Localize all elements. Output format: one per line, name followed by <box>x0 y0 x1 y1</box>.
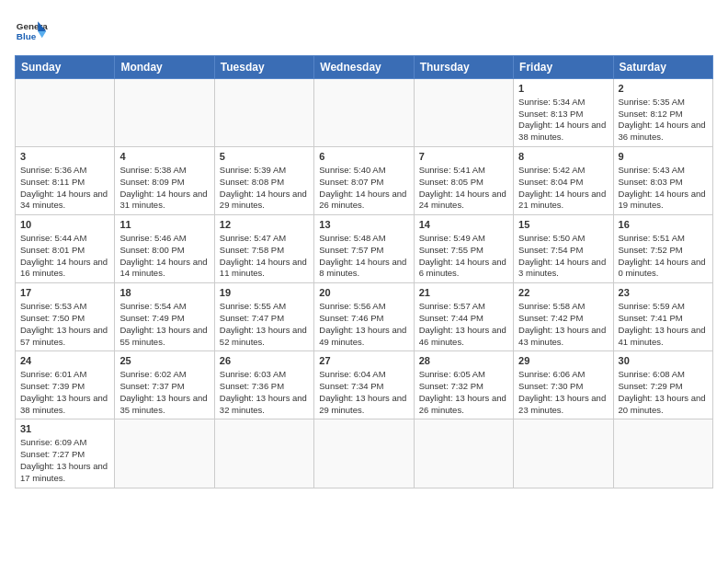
page: General Blue SundayMondayTuesdayWednesda… <box>0 0 728 563</box>
day-number: 3 <box>20 150 109 164</box>
day-info-line: Sunset: 8:01 PM <box>20 245 109 257</box>
day-info-line: Daylight: 13 hours and 35 minutes. <box>119 393 209 417</box>
calendar-cell <box>115 79 214 147</box>
day-number: 30 <box>619 354 708 368</box>
day-info-line: Sunrise: 5:58 AM <box>518 301 608 313</box>
day-info-line: Sunrise: 6:04 AM <box>319 369 408 381</box>
day-number: 27 <box>319 354 408 368</box>
day-info-line: Sunrise: 5:38 AM <box>119 165 209 177</box>
calendar-cell: 27Sunrise: 6:04 AMSunset: 7:34 PMDayligh… <box>314 351 414 419</box>
day-info-line: Sunrise: 5:35 AM <box>619 97 708 109</box>
day-info-line: Sunrise: 5:46 AM <box>119 233 209 245</box>
day-info-line: Daylight: 13 hours and 26 minutes. <box>419 393 508 417</box>
day-info-line: Sunset: 7:50 PM <box>20 313 109 325</box>
day-info-line: Daylight: 14 hours and 0 minutes. <box>619 257 708 281</box>
day-info-line: Sunset: 8:07 PM <box>319 177 408 189</box>
calendar-week-row: 31Sunrise: 6:09 AMSunset: 7:27 PMDayligh… <box>16 419 713 488</box>
day-info-line: Daylight: 13 hours and 23 minutes. <box>518 393 608 417</box>
calendar-cell: 15Sunrise: 5:50 AMSunset: 7:54 PMDayligh… <box>514 215 613 283</box>
day-info-line: Daylight: 13 hours and 57 minutes. <box>20 325 109 349</box>
calendar-cell: 21Sunrise: 5:57 AMSunset: 7:44 PMDayligh… <box>414 283 513 351</box>
day-number: 11 <box>119 218 209 232</box>
day-info-line: Sunrise: 5:48 AM <box>319 233 408 245</box>
svg-text:Blue: Blue <box>17 31 37 41</box>
day-info-line: Sunset: 7:57 PM <box>319 245 408 257</box>
day-info-line: Sunset: 7:39 PM <box>20 381 109 393</box>
day-info-line: Daylight: 13 hours and 43 minutes. <box>518 325 608 349</box>
day-info-line: Daylight: 14 hours and 19 minutes. <box>619 189 708 213</box>
day-number: 23 <box>619 286 708 300</box>
day-info-line: Sunset: 7:52 PM <box>619 245 708 257</box>
day-info-line: Sunset: 7:41 PM <box>619 313 708 325</box>
calendar-cell: 4Sunrise: 5:38 AMSunset: 8:09 PMDaylight… <box>115 147 214 215</box>
calendar-cell: 11Sunrise: 5:46 AMSunset: 8:00 PMDayligh… <box>115 215 214 283</box>
day-info-line: Sunset: 7:44 PM <box>419 313 508 325</box>
day-info-line: Daylight: 14 hours and 3 minutes. <box>518 257 608 281</box>
day-info-line: Sunrise: 5:51 AM <box>619 233 708 245</box>
calendar-cell: 9Sunrise: 5:43 AMSunset: 8:03 PMDaylight… <box>613 147 712 215</box>
day-info-line: Daylight: 14 hours and 24 minutes. <box>419 189 508 213</box>
day-number: 5 <box>220 150 309 164</box>
calendar-cell: 23Sunrise: 5:59 AMSunset: 7:41 PMDayligh… <box>613 283 712 351</box>
day-info-line: Daylight: 13 hours and 46 minutes. <box>419 325 508 349</box>
day-number: 1 <box>518 82 608 96</box>
logo: General Blue <box>15 15 48 48</box>
day-info-line: Sunrise: 6:08 AM <box>619 369 708 381</box>
day-number: 4 <box>119 150 209 164</box>
day-info-line: Sunset: 8:13 PM <box>518 109 608 121</box>
calendar-cell: 30Sunrise: 6:08 AMSunset: 7:29 PMDayligh… <box>613 351 712 419</box>
day-number: 2 <box>619 82 708 96</box>
calendar-table: SundayMondayTuesdayWednesdayThursdayFrid… <box>15 55 713 488</box>
day-info-line: Sunset: 8:04 PM <box>518 177 608 189</box>
day-info-line: Sunrise: 5:36 AM <box>20 165 109 177</box>
day-info-line: Daylight: 14 hours and 6 minutes. <box>419 257 508 281</box>
day-info-line: Sunset: 8:08 PM <box>220 177 309 189</box>
day-info-line: Daylight: 14 hours and 31 minutes. <box>119 189 209 213</box>
calendar-cell: 13Sunrise: 5:48 AMSunset: 7:57 PMDayligh… <box>314 215 414 283</box>
day-info-line: Sunset: 7:47 PM <box>220 313 309 325</box>
calendar-cell <box>514 419 613 488</box>
day-info-line: Sunset: 7:36 PM <box>220 381 309 393</box>
day-number: 29 <box>518 354 608 368</box>
day-info-line: Daylight: 14 hours and 14 minutes. <box>119 257 209 281</box>
day-info-line: Sunset: 7:37 PM <box>119 381 209 393</box>
calendar-cell: 8Sunrise: 5:42 AMSunset: 8:04 PMDaylight… <box>514 147 613 215</box>
day-info-line: Sunrise: 5:59 AM <box>619 301 708 313</box>
weekday-header-monday: Monday <box>115 56 214 79</box>
day-info-line: Sunrise: 5:43 AM <box>619 165 708 177</box>
day-info-line: Sunset: 7:30 PM <box>518 381 608 393</box>
day-number: 13 <box>319 218 408 232</box>
day-info-line: Sunset: 7:27 PM <box>20 449 109 461</box>
calendar-cell: 1Sunrise: 5:34 AMSunset: 8:13 PMDaylight… <box>514 79 613 147</box>
calendar-week-row: 17Sunrise: 5:53 AMSunset: 7:50 PMDayligh… <box>16 283 713 351</box>
calendar-cell <box>115 419 214 488</box>
day-number: 6 <box>319 150 408 164</box>
weekday-header-row: SundayMondayTuesdayWednesdayThursdayFrid… <box>16 56 713 79</box>
day-number: 17 <box>20 286 109 300</box>
calendar-cell: 20Sunrise: 5:56 AMSunset: 7:46 PMDayligh… <box>314 283 414 351</box>
calendar-cell: 17Sunrise: 5:53 AMSunset: 7:50 PMDayligh… <box>16 283 115 351</box>
day-info-line: Daylight: 14 hours and 8 minutes. <box>319 257 408 281</box>
day-info-line: Daylight: 14 hours and 26 minutes. <box>319 189 408 213</box>
day-info-line: Sunrise: 5:54 AM <box>119 301 209 313</box>
calendar-cell <box>214 79 313 147</box>
day-number: 7 <box>419 150 508 164</box>
day-info-line: Sunset: 8:12 PM <box>619 109 708 121</box>
day-number: 20 <box>319 286 408 300</box>
day-info-line: Sunset: 7:34 PM <box>319 381 408 393</box>
calendar-cell <box>414 419 513 488</box>
calendar-cell <box>214 419 313 488</box>
day-number: 9 <box>619 150 708 164</box>
day-info-line: Daylight: 14 hours and 29 minutes. <box>220 189 309 213</box>
day-number: 18 <box>119 286 209 300</box>
day-number: 24 <box>20 354 109 368</box>
day-info-line: Sunset: 8:05 PM <box>419 177 508 189</box>
calendar-week-row: 3Sunrise: 5:36 AMSunset: 8:11 PMDaylight… <box>16 147 713 215</box>
day-number: 10 <box>20 218 109 232</box>
day-info-line: Daylight: 13 hours and 55 minutes. <box>119 325 209 349</box>
calendar-cell: 2Sunrise: 5:35 AMSunset: 8:12 PMDaylight… <box>613 79 712 147</box>
calendar-cell: 7Sunrise: 5:41 AMSunset: 8:05 PMDaylight… <box>414 147 513 215</box>
day-info-line: Sunset: 8:00 PM <box>119 245 209 257</box>
day-info-line: Daylight: 13 hours and 41 minutes. <box>619 325 708 349</box>
day-number: 12 <box>220 218 309 232</box>
